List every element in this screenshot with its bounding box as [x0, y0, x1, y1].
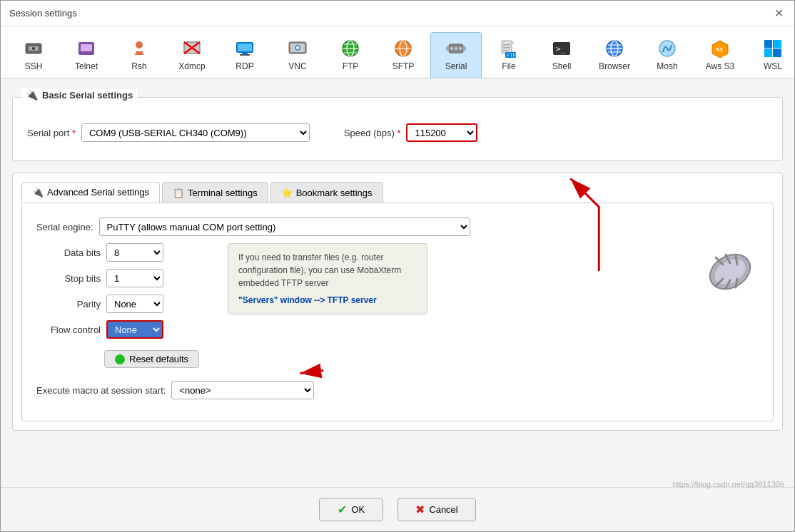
ok-button[interactable]: ✔ OK — [319, 498, 383, 521]
svg-point-18 — [296, 46, 299, 49]
awss3-icon: S3 — [709, 37, 731, 60]
parity-select[interactable]: None — [106, 295, 163, 313]
tab-ssh-label: SSH — [25, 61, 43, 71]
svg-marker-34 — [512, 41, 515, 44]
tab-awss3[interactable]: S3 Aws S3 — [694, 32, 746, 78]
tab-ftp[interactable]: FTP — [325, 32, 376, 78]
tab-mosh[interactable]: Mosh — [642, 32, 693, 78]
sub-tab-advanced-icon: 🔌 — [32, 187, 44, 198]
window-title: Session settings — [9, 8, 77, 19]
serial-port-label: Serial port * — [27, 128, 76, 138]
svg-rect-53 — [764, 49, 772, 57]
data-bits-label: Data bits — [36, 247, 101, 258]
data-bits-select[interactable]: 8 — [106, 243, 163, 262]
speed-label: Speed (bps) * — [344, 128, 401, 138]
advanced-serial-section: 🔌 Advanced Serial settings 📋 Terminal se… — [12, 173, 783, 431]
tab-telnet-label: Telnet — [75, 61, 98, 71]
svg-rect-4 — [81, 44, 92, 51]
svg-rect-37 — [503, 50, 508, 51]
rdp-icon — [233, 37, 256, 60]
parity-label: Parity — [36, 299, 101, 310]
serial-port-required: * — [72, 128, 76, 138]
basic-serial-content: Serial port * COM9 (USB-SERIAL CH340 (CO… — [13, 106, 782, 160]
macro-select[interactable]: <none> — [171, 381, 314, 399]
tab-rdp[interactable]: RDP — [219, 32, 270, 78]
reset-label: Reset defaults — [129, 354, 188, 364]
speed-required: * — [397, 128, 400, 138]
ssh-icon — [22, 37, 45, 60]
reset-defaults-button[interactable]: Reset defaults — [104, 350, 199, 368]
svg-rect-14 — [240, 54, 250, 56]
svg-rect-32 — [463, 46, 466, 51]
svg-rect-51 — [764, 40, 772, 48]
cancel-label: Cancel — [429, 504, 457, 515]
session-settings-window: Session settings ✕ SSH Telnet Rsh — [0, 0, 795, 532]
ok-icon: ✔ — [338, 503, 347, 516]
basic-serial-title: Basic Serial settings — [42, 90, 133, 101]
svg-line-61 — [736, 256, 737, 265]
watermark: https://blog.csdn.net/qq381130ó — [672, 480, 784, 488]
tab-bar: SSH Telnet Rsh Xdmcp RDP — [1, 26, 794, 78]
flow-control-select[interactable]: None — [106, 320, 163, 339]
svg-text:>_: >_ — [556, 44, 566, 53]
basic-serial-header: 🔌 Basic Serial settings — [21, 89, 137, 101]
sub-tab-terminal[interactable]: 📋 Terminal settings — [162, 182, 268, 203]
reset-icon — [115, 354, 125, 364]
svg-rect-12 — [238, 44, 252, 51]
tab-browser-label: Browser — [599, 61, 630, 71]
sub-tab-bar: 🔌 Advanced Serial settings 📋 Terminal se… — [13, 173, 782, 203]
shell-icon: >_ — [550, 37, 573, 60]
cancel-button[interactable]: ✖ Cancel — [398, 498, 475, 521]
stop-bits-label: Stop bits — [36, 273, 101, 284]
tab-xdmcp[interactable]: Xdmcp — [166, 32, 218, 78]
file-icon: FTP — [497, 37, 520, 60]
tab-wsl[interactable]: WSL — [747, 32, 795, 78]
sub-tab-bookmark[interactable]: ⭐ Bookmark settings — [270, 182, 383, 203]
tab-shell[interactable]: >_ Shell — [536, 32, 587, 78]
vnc-icon — [286, 37, 309, 60]
info-area: If you need to transfer files (e.g. rout… — [228, 243, 427, 314]
stop-bits-select[interactable]: 1 — [106, 269, 163, 287]
wsl-icon — [761, 37, 784, 60]
tab-serial[interactable]: Serial — [430, 32, 482, 78]
basic-serial-icon: 🔌 — [26, 89, 38, 101]
sub-tab-bookmark-icon: ⭐ — [281, 188, 293, 198]
tab-vnc[interactable]: VNC — [272, 32, 323, 78]
rsh-icon — [128, 37, 151, 60]
close-button[interactable]: ✕ — [771, 6, 786, 21]
flow-control-label: Flow control — [36, 324, 101, 335]
svg-point-2 — [32, 47, 35, 50]
ftp-icon — [339, 37, 362, 60]
tab-sftp-label: SFTP — [393, 61, 415, 71]
tab-rsh[interactable]: Rsh — [113, 32, 165, 78]
speed-select[interactable]: 115200 — [406, 123, 477, 142]
ok-label: OK — [351, 504, 365, 515]
svg-point-29 — [455, 47, 457, 50]
sub-tab-terminal-label: Terminal settings — [188, 188, 258, 198]
tab-telnet[interactable]: Telnet — [61, 32, 112, 78]
tab-ssh[interactable]: SSH — [8, 32, 59, 78]
sftp-icon — [392, 37, 415, 60]
tab-sftp[interactable]: SFTP — [378, 32, 429, 78]
tab-browser[interactable]: Browser — [589, 32, 640, 78]
tab-shell-label: Shell — [552, 61, 572, 71]
serial-port-select[interactable]: COM9 (USB-SERIAL CH340 (COM9)) — [81, 123, 310, 142]
sub-tab-bookmark-label: Bookmark settings — [296, 188, 373, 198]
serial-plug-area — [702, 243, 759, 307]
svg-rect-52 — [774, 40, 781, 48]
tab-file[interactable]: FTP File — [483, 32, 535, 78]
mosh-icon — [656, 37, 679, 60]
info-box: If you need to transfer files (e.g. rout… — [228, 243, 427, 314]
svg-rect-35 — [503, 44, 510, 46]
tab-file-label: File — [502, 61, 515, 71]
svg-rect-54 — [774, 49, 781, 57]
engine-label: Serial engine: — [36, 222, 93, 232]
tab-rsh-label: Rsh — [131, 61, 146, 71]
engine-select[interactable]: PuTTY (allows manual COM port setting) — [99, 218, 470, 236]
stop-bits-row: Stop bits 1 — [36, 269, 199, 287]
svg-line-64 — [736, 279, 737, 287]
macro-row: Execute macro at session start: <none> — [36, 381, 759, 399]
svg-point-30 — [459, 47, 462, 50]
tab-serial-label: Serial — [445, 61, 467, 71]
sub-tab-advanced[interactable]: 🔌 Advanced Serial settings — [21, 182, 160, 203]
